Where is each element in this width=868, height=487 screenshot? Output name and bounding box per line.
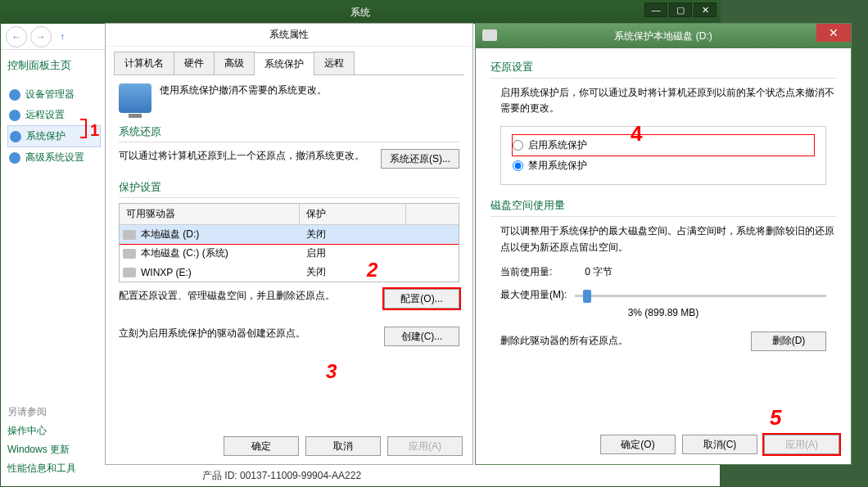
sidebar-heading: 控制面板主页: [7, 58, 101, 73]
radio-disable[interactable]: 禁用系统保护: [513, 156, 814, 176]
tab-remote[interactable]: 远程: [314, 52, 355, 74]
monitor-icon: [119, 83, 151, 113]
disk-section: 磁盘空间使用量: [491, 198, 836, 217]
see-also-update[interactable]: Windows 更新: [7, 440, 76, 459]
annotation-2: 2: [367, 259, 377, 282]
disk-icon: [123, 230, 136, 240]
system-titlebar: 系统 — ▢ ✕: [1, 1, 720, 24]
tab-computer-name[interactable]: 计算机名: [114, 52, 174, 74]
current-value: 0 字节: [585, 265, 613, 279]
product-id: 产品 ID: 00137-11009-99904-AA222: [202, 469, 361, 483]
close-button[interactable]: ✕: [816, 24, 851, 42]
up-icon[interactable]: ↑: [60, 31, 65, 43]
ok-button[interactable]: 确定(O): [600, 435, 676, 454]
config-text: 配置还原设置、管理磁盘空间，并且删除还原点。: [119, 289, 374, 303]
col-prot: 保护: [300, 204, 406, 224]
see-also-perf[interactable]: 性能信息和工具: [7, 459, 76, 478]
slider-thumb[interactable]: [583, 290, 591, 303]
drive-row-c[interactable]: 本地磁盘 (C:) (系统) 启用: [120, 244, 459, 263]
configure-button[interactable]: 配置(O)...: [384, 289, 459, 309]
shield-icon: [10, 131, 21, 142]
annotation-3: 3: [326, 360, 337, 383]
disk-icon: [123, 249, 136, 259]
system-properties-dialog: 系统属性 计算机名 硬件 高级 系统保护 远程 使用系统保护撤消不需要的系统更改…: [105, 23, 473, 465]
radio-group: 启用系统保护 禁用系统保护: [500, 126, 826, 185]
tabs: 计算机名 硬件 高级 系统保护 远程: [114, 52, 464, 75]
shield-icon: [9, 110, 20, 121]
close-button[interactable]: ✕: [694, 2, 717, 17]
max-label: 最大使用量(M):: [500, 288, 567, 302]
drive-row-d[interactable]: 本地磁盘 (D:) 关闭: [120, 225, 459, 244]
restore-section: 系统还原: [119, 124, 459, 142]
shield-icon: [9, 89, 20, 101]
forward-button[interactable]: →: [30, 26, 52, 47]
back-button[interactable]: ←: [6, 26, 27, 47]
slider-value: 3% (899.89 MB): [491, 307, 836, 318]
tab-hardware[interactable]: 硬件: [174, 52, 215, 74]
see-also: 另请参阅 操作中心 Windows 更新 性能信息和工具: [7, 403, 76, 478]
prot-title: 系统保护本地磁盘 (D:): [614, 29, 712, 43]
annotation-1-bracket: [80, 119, 87, 138]
radio-disable-input[interactable]: [513, 160, 523, 171]
sidebar-device-manager[interactable]: 设备管理器: [7, 84, 101, 105]
annotation-5: 5: [770, 405, 781, 431]
tab-advanced[interactable]: 高级: [214, 52, 255, 74]
settings-section: 保护设置: [119, 180, 459, 198]
minimize-button[interactable]: —: [644, 2, 667, 17]
sidebar: 控制面板主页 设备管理器 远程设置 系统保护 高级系统设置 另请参阅 操作中心 …: [1, 50, 107, 486]
drive-rows[interactable]: 本地磁盘 (D:) 关闭 本地磁盘 (C:) (系统) 启用 WINXP (E:…: [120, 225, 459, 282]
cancel-button[interactable]: 取消: [305, 436, 381, 456]
current-label: 当前使用量:: [500, 265, 552, 279]
annotation-1: 1: [90, 121, 99, 140]
radio-enable[interactable]: 启用系统保护: [513, 135, 814, 156]
tab-protection[interactable]: 系统保护: [254, 52, 314, 75]
maximize-button[interactable]: ▢: [669, 2, 692, 17]
apply-button: 应用(A): [387, 436, 463, 456]
see-also-heading: 另请参阅: [7, 403, 76, 422]
delete-button[interactable]: 删除(D): [751, 331, 826, 351]
intro-text: 使用系统保护撤消不需要的系统更改。: [160, 83, 327, 113]
shield-icon: [9, 152, 20, 164]
drive-table: 可用驱动器 保护 本地磁盘 (D:) 关闭 本地磁盘 (C:) (系统) 启用 …: [119, 203, 459, 282]
delete-text: 删除此驱动器的所有还原点。: [500, 334, 741, 348]
props-title: 系统属性: [106, 24, 472, 47]
annotation-4: 4: [631, 121, 642, 147]
max-usage-slider[interactable]: [575, 287, 826, 304]
see-also-action-center[interactable]: 操作中心: [7, 422, 76, 440]
restore-text: 启用系统保护后，你可以通过及时将计算机还原到以前的某个状态点来撤消不需要的更改。: [500, 85, 836, 116]
radio-enable-input[interactable]: [513, 140, 523, 151]
col-drive: 可用驱动器: [120, 204, 300, 224]
drive-row-e[interactable]: WINXP (E:) 关闭: [120, 263, 459, 282]
disk-icon: [123, 268, 136, 277]
system-restore-button[interactable]: 系统还原(S)...: [381, 149, 459, 169]
disk-icon: [482, 29, 497, 41]
sidebar-advanced[interactable]: 高级系统设置: [7, 147, 101, 168]
disk-text: 可以调整用于系统保护的最大磁盘空间。占满空间时，系统将删除较旧的还原点以便为新还…: [500, 223, 836, 255]
restore-section: 还原设置: [491, 60, 836, 79]
create-text: 立刻为启用系统保护的驱动器创建还原点。: [119, 327, 374, 340]
cancel-button[interactable]: 取消(C): [682, 435, 757, 454]
apply-button[interactable]: 应用(A): [764, 435, 839, 454]
create-button[interactable]: 创建(C)...: [384, 327, 459, 346]
protection-dialog: 系统保护本地磁盘 (D:) ✕ 还原设置 启用系统保护后，你可以通过及时将计算机…: [475, 23, 852, 465]
restore-text: 可以通过将计算机还原到上一个还原点，撤消系统更改。: [119, 149, 371, 163]
system-title: 系统: [350, 6, 370, 20]
ok-button[interactable]: 确定: [224, 436, 299, 456]
prot-titlebar: 系统保护本地磁盘 (D:) ✕: [476, 24, 851, 48]
